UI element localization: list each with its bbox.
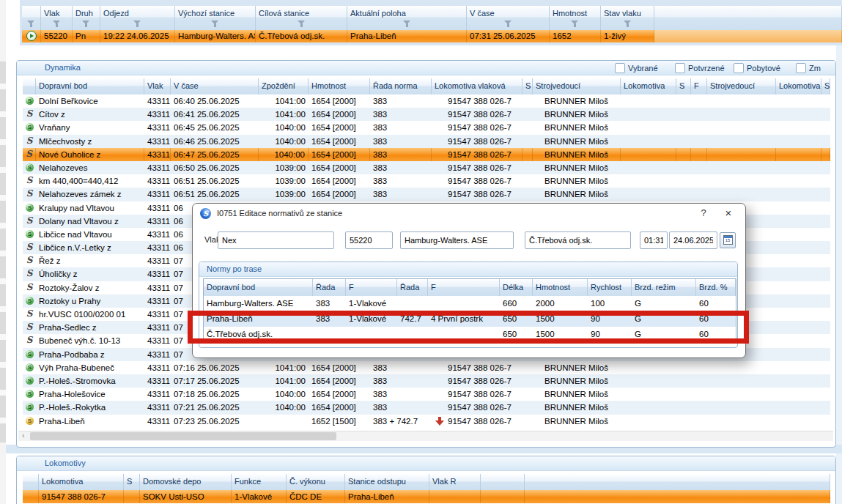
calendar-button[interactable]: 15 <box>720 232 736 248</box>
column-header[interactable]: Dopravní bod <box>36 78 144 94</box>
filter-checkbox-4[interactable]: Zm <box>796 63 821 73</box>
column-header[interactable]: Zpoždění <box>259 78 309 94</box>
column-header[interactable]: Lokomotiva <box>621 78 676 94</box>
column-header[interactable]: F <box>691 78 707 94</box>
train-number-field[interactable] <box>345 231 393 249</box>
column-header[interactable]: Dopravní bod <box>204 279 313 296</box>
column-header[interactable]: Domovské depo <box>140 474 232 490</box>
table-cell <box>621 174 676 188</box>
help-button[interactable]: ? <box>695 207 712 220</box>
table-row[interactable]: SDolní Beřkovice4331106:40 25.06.2025104… <box>23 94 830 108</box>
table-row[interactable]: SCítov z4331106:41 25.06.20251041:001654… <box>23 108 830 121</box>
column-header[interactable]: Délka <box>500 279 533 296</box>
column-header[interactable]: Hmotnost <box>550 6 601 30</box>
table-row[interactable]: Skm 440,400=440,4124331106:51 25.06.2025… <box>23 174 830 188</box>
filter-funnel-icon[interactable] <box>27 21 35 27</box>
checkbox[interactable] <box>796 63 806 73</box>
waypoint-station-icon: S <box>26 123 34 131</box>
lokomotivy-row[interactable]: 91547 388 026-7SOKV Usti-USO1-VlakovéČDC… <box>23 490 830 503</box>
date-field[interactable] <box>669 231 717 249</box>
column-header[interactable]: Stav vlaku <box>601 6 654 30</box>
column-header[interactable]: S <box>821 78 830 94</box>
column-header[interactable]: Výchozí stanice <box>175 6 256 30</box>
column-header[interactable]: Rychlost <box>588 279 632 296</box>
filter-funnel-icon[interactable] <box>133 21 141 27</box>
filter-checkbox-3[interactable]: Pobytové <box>734 63 780 73</box>
column-header[interactable]: F <box>346 279 397 296</box>
close-button[interactable]: × <box>720 207 736 220</box>
filter-funnel-icon[interactable] <box>504 21 512 27</box>
column-header[interactable]: Aktuální poloha <box>347 6 467 30</box>
table-row[interactable]: SNelahozeves4331106:50 25.06.20251039:00… <box>23 161 830 174</box>
table-row[interactable]: SMlčechvosty z4331106:46 25.06.20251040:… <box>23 135 830 148</box>
column-header[interactable]: Hmotnost <box>309 78 370 94</box>
column-header[interactable]: Vlak <box>144 78 171 94</box>
column-header[interactable] <box>22 6 41 30</box>
column-header[interactable]: Řada <box>313 279 346 296</box>
scroll-left-arrow-icon[interactable]: ‹ <box>18 431 29 441</box>
table-row[interactable]: SPraha-Holešovice4331107:18 25.06.202510… <box>23 388 830 401</box>
table-cell: 91547 388 026-7 <box>432 374 522 388</box>
column-header[interactable] <box>525 474 830 490</box>
column-header[interactable]: Hmotnost <box>533 279 588 296</box>
column-header[interactable]: Č. výkonu <box>287 474 345 490</box>
column-header[interactable]: Lokomotiva <box>776 78 821 94</box>
column-header[interactable]: Druh <box>73 6 100 30</box>
table-row[interactable]: SVýh Praha-Bubeneč4331107:16 25.06.20251… <box>23 361 830 374</box>
column-header[interactable]: Řada norma <box>370 78 432 94</box>
column-header[interactable]: Vlak R <box>429 474 481 490</box>
train-summary-row[interactable]: 55220Pn19:22 24.06.2025Hamburg-Walters. … <box>22 30 842 42</box>
column-header[interactable] <box>654 6 842 30</box>
table-row[interactable]: SP.-Holeš.-Rokytka4331107:21 25.06.20251… <box>23 401 830 414</box>
table-row[interactable]: SNové Ouholice z4331106:47 25.06.2025104… <box>23 148 830 161</box>
column-header[interactable] <box>481 474 525 490</box>
column-header[interactable]: Brzd. režim <box>632 279 696 296</box>
origin-station-field[interactable] <box>400 231 514 249</box>
column-header[interactable]: S <box>124 474 140 490</box>
filter-funnel-icon[interactable] <box>624 21 632 27</box>
filter-funnel-icon[interactable] <box>211 21 219 27</box>
column-header[interactable]: Cílová stanice <box>256 6 347 30</box>
table-row[interactable]: SPraha-Libeň4331107:23 25.06.20251652 [1… <box>23 415 830 428</box>
filter-checkbox-1[interactable]: Vybrané <box>615 63 658 73</box>
checkbox[interactable] <box>675 63 685 73</box>
destination-station-field[interactable] <box>525 231 631 249</box>
dialog-titlebar[interactable]: S I0751 Editace normativů ze stanice <box>193 204 745 223</box>
time-field[interactable] <box>640 231 668 249</box>
table-row[interactable]: SVraňany4331106:45 25.06.20251040:001654… <box>23 121 830 134</box>
horizontal-scrollbar[interactable]: ‹ <box>18 431 833 441</box>
table-row[interactable]: SNelahozeves zámek z4331106:51 25.06.202… <box>23 188 830 201</box>
table-cell: Mlčechvosty z <box>36 135 144 148</box>
filter-funnel-icon[interactable] <box>571 21 579 27</box>
filter-checkbox-2[interactable]: Potvrzené <box>675 63 725 73</box>
table-row[interactable]: SP.-Holeš.-Stromovka4331107:17 25.06.202… <box>23 374 830 388</box>
filter-funnel-icon[interactable] <box>53 21 61 27</box>
column-header[interactable] <box>23 78 36 94</box>
column-header[interactable]: V čase <box>467 6 550 30</box>
column-header[interactable]: Strojvedoucí <box>707 78 776 94</box>
train-type-field[interactable] <box>218 231 334 249</box>
column-header[interactable]: Řada <box>397 279 428 296</box>
column-header[interactable]: Odjezd <box>100 6 175 30</box>
column-header[interactable]: Stanice odstupu <box>345 474 429 490</box>
column-header[interactable]: V čase <box>171 78 259 94</box>
column-header[interactable]: Brzd. % <box>696 279 736 296</box>
column-header[interactable]: Lokomotiva vlaková <box>432 78 522 94</box>
filter-funnel-icon[interactable] <box>403 21 411 27</box>
filter-funnel-icon[interactable] <box>82 21 90 27</box>
column-header[interactable] <box>23 474 39 490</box>
column-header[interactable]: S <box>676 78 691 94</box>
column-header[interactable]: F <box>428 279 500 296</box>
table-cell: BRUNNER Miloš <box>533 161 621 174</box>
table-row[interactable]: Hamburg-Walters. ASE3831-Vlakové66020001… <box>204 296 736 311</box>
checkbox[interactable] <box>615 63 625 73</box>
column-header[interactable]: S <box>522 78 533 94</box>
checkbox[interactable] <box>734 63 744 73</box>
column-header[interactable]: Lokomotiva <box>39 474 124 490</box>
column-header[interactable]: Vlak <box>41 6 73 30</box>
scrollbar-thumb[interactable] <box>30 432 336 440</box>
table-cell: 91547 388 026-7 <box>39 490 124 503</box>
filter-funnel-icon[interactable] <box>298 21 306 27</box>
column-header[interactable]: Strojvedoucí <box>533 78 621 94</box>
column-header[interactable]: Funkce <box>232 474 287 490</box>
